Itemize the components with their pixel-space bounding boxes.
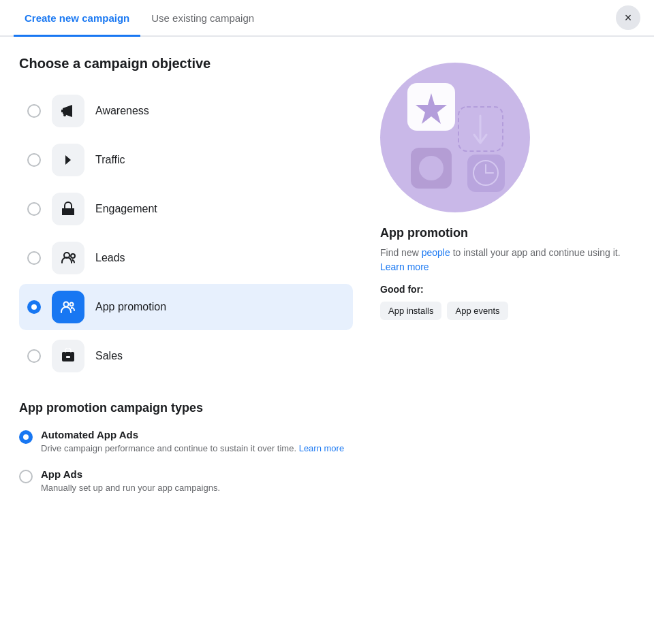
automated-app-ads-desc: Drive campaign performance and continue … — [41, 442, 344, 455]
leads-icon-box — [52, 242, 84, 274]
tags-container: App installs App events — [380, 302, 635, 320]
traffic-icon-box — [52, 144, 84, 176]
awareness-icon — [60, 103, 76, 119]
objective-item-leads[interactable]: Leads — [19, 235, 353, 281]
detail-illustration — [380, 63, 530, 212]
objective-item-engagement[interactable]: Engagement — [19, 186, 353, 232]
sales-icon-box — [52, 340, 84, 372]
svg-point-0 — [63, 114, 66, 116]
app-ads-desc: Manually set up and run your app campaig… — [41, 482, 220, 494]
bottom-section: App promotion campaign types Automated A… — [0, 379, 654, 527]
tab-create-new[interactable]: Create new campaign — [14, 0, 140, 37]
main-content: Choose a campaign objective Awareness — [0, 37, 654, 379]
desc-people-link[interactable]: people — [422, 247, 450, 258]
radio-app-ads[interactable] — [19, 470, 33, 483]
leads-label: Leads — [95, 252, 125, 264]
left-panel: Choose a campaign objective Awareness — [19, 56, 353, 379]
detail-title: App promotion — [380, 226, 635, 240]
radio-app-promotion[interactable] — [27, 300, 41, 314]
objective-list: Awareness Traffic — [19, 88, 353, 379]
radio-sales[interactable] — [27, 349, 41, 363]
svg-point-2 — [71, 254, 75, 258]
app-promotion-icon — [59, 298, 77, 316]
awareness-label: Awareness — [95, 105, 149, 117]
right-panel: App promotion Find new people to install… — [353, 56, 635, 379]
sales-label: Sales — [95, 350, 123, 362]
detail-description: Find new people to install your app and … — [380, 246, 635, 274]
radio-leads[interactable] — [27, 251, 41, 265]
awareness-icon-box — [52, 95, 84, 127]
campaign-type-app-ads[interactable]: App Ads Manually set up and run your app… — [19, 468, 635, 494]
radio-awareness[interactable] — [27, 104, 41, 118]
close-button[interactable]: × — [616, 5, 640, 30]
svg-point-4 — [70, 303, 74, 306]
automated-app-ads-name: Automated App Ads — [41, 429, 344, 440]
tag-app-events: App events — [447, 302, 508, 320]
objective-item-traffic[interactable]: Traffic — [19, 137, 353, 183]
radio-automated-app-ads[interactable] — [19, 430, 33, 444]
traffic-icon — [60, 152, 76, 168]
objective-item-app-promotion[interactable]: App promotion — [19, 284, 353, 330]
leads-icon — [59, 249, 77, 267]
svg-point-16 — [419, 156, 443, 180]
tag-app-installs: App installs — [380, 302, 441, 320]
objective-item-sales[interactable]: Sales — [19, 333, 353, 379]
desc-suffix: to install your app and continue using i… — [450, 247, 621, 258]
automated-learn-more-link[interactable]: Learn more — [299, 443, 344, 453]
engagement-label: Engagement — [95, 203, 157, 215]
objective-item-awareness[interactable]: Awareness — [19, 88, 353, 134]
svg-point-3 — [64, 302, 69, 307]
tab-use-existing[interactable]: Use existing campaign — [140, 0, 265, 37]
good-for-label: Good for: — [380, 284, 635, 295]
modal-container: Create new campaign Use existing campaig… — [0, 0, 654, 644]
automated-app-ads-text: Automated App Ads Drive campaign perform… — [41, 429, 344, 455]
app-ads-text: App Ads Manually set up and run your app… — [41, 468, 220, 494]
tab-bar: Create new campaign Use existing campaig… — [0, 0, 654, 37]
app-ads-name: App Ads — [41, 468, 220, 480]
radio-engagement[interactable] — [27, 202, 41, 216]
svg-rect-6 — [66, 356, 70, 358]
traffic-label: Traffic — [95, 154, 125, 166]
learn-more-link-1[interactable]: Learn more — [380, 261, 429, 272]
engagement-icon — [60, 201, 76, 217]
section-title: Choose a campaign objective — [19, 56, 353, 71]
desc-prefix: Find new — [380, 247, 422, 258]
app-promotion-icon-box — [52, 291, 84, 323]
campaign-type-automated[interactable]: Automated App Ads Drive campaign perform… — [19, 429, 635, 455]
app-promotion-illustration — [387, 69, 523, 206]
engagement-icon-box — [52, 193, 84, 225]
bottom-section-title: App promotion campaign types — [19, 401, 635, 415]
app-promotion-label: App promotion — [95, 301, 166, 313]
radio-traffic[interactable] — [27, 153, 41, 167]
sales-icon — [60, 348, 76, 364]
